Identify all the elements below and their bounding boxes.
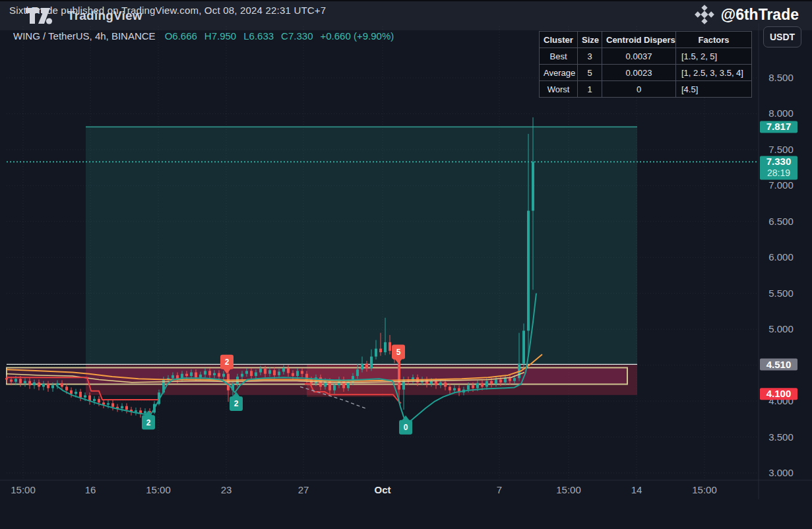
candle-down [379,349,382,352]
cell-worst-size: 1 [578,81,602,98]
time-axis-label[interactable]: 15:00 [556,484,581,495]
price-axis-label[interactable]: 7.500 [768,144,794,155]
cell-best-cluster: Best [540,48,578,65]
legend-high: H7.950 [204,30,236,42]
signal-marker-label: 2 [146,418,151,427]
candle-up [370,357,373,368]
legend-close: C7.330 [281,30,313,42]
price-axis-label[interactable]: 5.000 [768,323,794,334]
candle-up [190,373,193,376]
candle-up [15,379,17,381]
time-axis-label[interactable]: 14 [631,484,642,495]
author-handle: @6thTrade [721,6,799,24]
currency-toggle-button[interactable]: USDT [763,26,801,47]
time-axis-label[interactable]: 15:00 [11,484,36,495]
candle-down [61,383,63,387]
legend-change: +0.660 (+9.90%) [320,30,394,42]
price-badge-value: 4.510 [766,359,792,370]
symbol-legend: WING / TetherUS, 4h, BINANCEO6.666H7.950… [13,30,401,42]
candle-down [47,384,49,389]
cell-average-factors: [1, 2.5, 3, 3.5, 4] [676,65,752,81]
price-axis-label[interactable]: 8.500 [768,72,794,83]
candle-up [347,383,350,389]
candle-down [19,379,22,383]
price-axis-label[interactable]: 8.000 [768,108,794,119]
price-axis-label[interactable]: 6.500 [768,216,794,227]
candle-down [398,359,400,390]
candle-down [38,383,40,387]
candle-up [504,378,507,383]
price-axis-label[interactable]: 5.500 [768,288,794,299]
candle-up [476,383,479,389]
price-badge-countdown: 28:19 [767,168,790,178]
candle-up [495,379,497,384]
candle-down [185,374,188,376]
time-axis-label[interactable]: 15:00 [692,484,717,495]
candle-up [255,373,257,376]
candle-up [467,385,470,390]
candle-up [532,162,534,210]
col-header-cluster: Cluster [540,32,578,48]
candle-up [361,363,363,369]
signal-marker-label: 5 [396,348,401,357]
cell-worst-cluster: Worst [540,81,578,98]
candle-down [389,342,391,351]
price-badge-value: 7.817 [766,121,792,132]
price-axis-label[interactable]: 7.000 [768,179,794,191]
time-axis-label[interactable]: 15:00 [146,484,171,495]
candle-up [75,392,77,394]
candle-up [204,371,206,374]
candle-up [172,375,174,378]
candle-up [384,342,387,352]
time-axis-label[interactable]: 27 [298,484,309,495]
price-badge-value: 7.330 [766,156,792,167]
signal-marker-label: 2 [234,399,239,408]
candle-up [356,369,359,376]
candle-up [107,403,109,404]
candle-down [435,381,437,386]
legend-open: O6.666 [165,30,197,42]
candle-up [522,330,525,363]
time-axis-label[interactable]: 23 [221,484,232,495]
symbol-name[interactable]: WING / TetherUS, 4h, BINANCE [13,30,156,42]
candle-down [499,379,502,382]
candle-up [453,388,456,390]
candle-down [292,373,294,376]
candle-up [485,381,488,387]
binance-icon [695,5,714,24]
candle-down [273,370,276,375]
candle-up [245,371,248,373]
table-row-best: Best 3 0.0037 [1.5, 2, 5] [540,48,752,65]
candle-down [111,403,114,406]
cell-best-dispersion: 0.0037 [602,48,676,65]
candle-down [79,392,82,398]
candle-up [121,406,123,408]
candle-down [287,368,290,373]
candle-down [472,385,474,388]
candle-up [84,395,86,397]
cell-average-size: 5 [578,65,602,81]
candle-down [65,387,68,390]
col-header-size: Size [578,32,602,48]
candle-up [375,349,377,357]
candle-down [98,399,100,402]
author-attribution: @6thTrade [695,0,799,29]
time-axis-label[interactable]: Oct [374,484,390,495]
candle-down [250,371,253,376]
candle-up [51,385,54,388]
candle-down [125,406,128,410]
candle-up [42,384,45,387]
price-axis-label[interactable]: 3.000 [768,467,794,478]
col-header-factors: Factors [676,32,752,48]
candle-up [135,410,137,412]
candle-up [333,385,336,390]
time-axis-label[interactable]: 7 [497,484,502,495]
candle-down [10,379,13,381]
price-axis-label[interactable]: 6.000 [768,251,794,263]
cluster-stats-table: Cluster Size Centroid Dispersion Factors… [539,31,752,98]
time-axis-label[interactable]: 16 [85,484,96,495]
price-axis-label[interactable]: 3.500 [768,431,794,443]
candle-up [282,368,285,371]
candle-up [222,374,225,377]
legend-low: L6.633 [243,30,274,42]
